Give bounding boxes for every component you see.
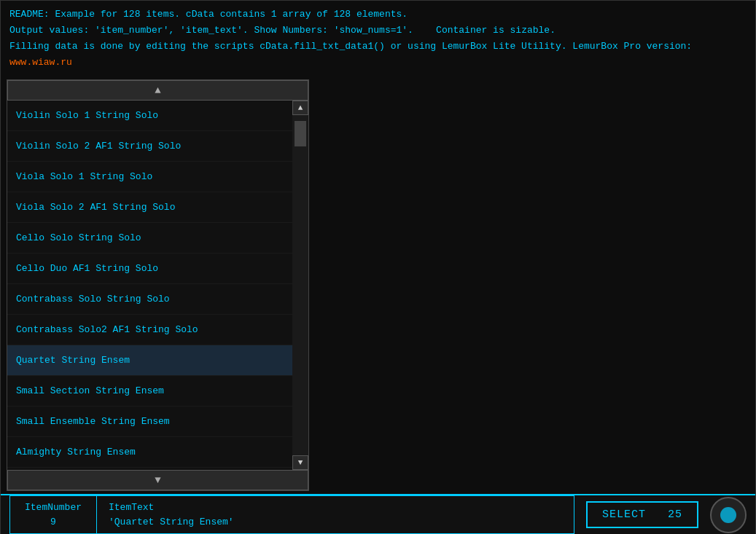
list-item[interactable]: Cello Solo String Solo [7,223,292,254]
list-items: Violin Solo 1 String Solo Violin Solo 2 … [7,101,292,470]
select-button[interactable]: SELECT 25 [586,501,698,528]
list-container: ▲ Violin Solo 1 String Solo Violin Solo … [7,79,309,491]
scrollbar: ▲ ▼ [292,101,308,470]
list-item[interactable]: Violin Solo 2 AF1 String Solo [7,131,292,162]
bottom-bar: ItemNumber 9 ItemText 'Quartet String En… [1,494,755,534]
list-item[interactable]: Viola Solo 2 AF1 String Solo [7,192,292,223]
scrollbar-down-btn[interactable]: ▼ [292,455,308,470]
scrollbar-track [292,115,308,455]
list-item[interactable]: Violin Solo 1 String Solo [7,101,292,131]
select-number: 25 [668,509,682,521]
readme-text3: Filling data is done by editing the scri… [9,41,692,52]
scroll-up-button[interactable]: ▲ [7,80,308,101]
item-number-display: ItemNumber 9 [9,495,97,534]
list-item[interactable]: Small Section String Ensem [7,376,292,407]
item-text-label: ItemText [109,500,562,515]
readme-line2: Output values: 'item_number', 'item_text… [9,23,747,39]
info-panel: README: Example for 128 items. cData con… [1,1,755,76]
list-item[interactable]: Contrabass Solo2 AF1 String Solo [7,315,292,345]
list-item[interactable]: Contrabass Solo String Solo [7,284,292,315]
item-number-label: ItemNumber [22,500,85,515]
list-item[interactable]: Almighty String Ensem [7,437,292,468]
right-area [309,79,749,491]
item-text-display: ItemText 'Quartet String Ensem' [97,495,574,534]
scrollbar-up-btn[interactable]: ▲ [292,101,308,115]
select-label: SELECT [602,509,646,521]
readme-text1: README: Example for 128 items. cData con… [9,9,408,20]
list-item[interactable]: Viola Solo 1 String Solo [7,162,292,192]
readme-line3: Filling data is done by editing the scri… [9,39,747,71]
scroll-area: Violin Solo 1 String Solo Violin Solo 2 … [7,101,308,470]
readme-link[interactable]: www.wiaw.ru [9,57,72,68]
circle-icon [710,497,747,533]
list-item[interactable]: Small Ensemble String Ensem [7,407,292,437]
list-item[interactable]: Cello Duo AF1 String Solo [7,254,292,284]
main-window: README: Example for 128 items. cData con… [0,0,756,534]
readme-text2a: Output values: 'item_number', 'item_text… [9,25,413,36]
list-item-selected[interactable]: Quartet String Ensem [7,345,292,376]
scrollbar-thumb[interactable] [295,121,306,146]
item-text-value: 'Quartet String Ensem' [109,515,562,530]
scroll-down-button[interactable]: ▼ [7,470,308,490]
content-area: ▲ Violin Solo 1 String Solo Violin Solo … [1,76,755,494]
item-number-value: 9 [22,515,85,530]
readme-line1: README: Example for 128 items. cData con… [9,7,747,23]
readme-text2b: Container is sizable. [436,25,556,36]
